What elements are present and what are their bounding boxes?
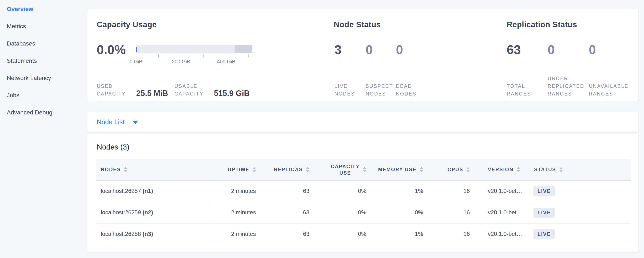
version-cell: v20.1.0-bet… — [472, 202, 534, 223]
column-header-label: STATUS — [534, 167, 556, 173]
memory-use-cell: 1% — [368, 180, 425, 202]
capacity-used-percent: 0.0% — [97, 43, 126, 57]
cpus-cell: 16 — [425, 223, 472, 245]
column-header-cpus[interactable]: CPUS — [425, 159, 472, 180]
suspect-nodes-count: 0 — [366, 43, 396, 57]
status-cell: LIVE — [534, 223, 631, 245]
replication-status-values: 63 0 0 — [507, 43, 642, 57]
column-header-label: USE — [340, 170, 351, 176]
capacity-stats: USED CAPACITY 25.5 MiB USABLE CAPACITY 5… — [97, 82, 256, 98]
stat-label: DEAD NODES — [396, 82, 426, 98]
sort-icon — [306, 167, 309, 172]
total-ranges-count: 63 — [507, 43, 548, 57]
capacity-axis-ticks — [136, 54, 252, 58]
status-badge: LIVE — [534, 229, 555, 239]
usable-capacity-stat: USABLE CAPACITY 515.9 GiB — [174, 82, 256, 98]
sidebar-item-databases[interactable]: Databases — [0, 35, 87, 52]
version-cell: v20.1.0-bet… — [472, 223, 534, 245]
sort-icon — [252, 167, 256, 172]
used-capacity-stat: USED CAPACITY 25.5 MiB — [97, 82, 174, 98]
column-header-label: CPUS — [448, 167, 463, 173]
under-replicated-ranges-count: 0 — [548, 43, 589, 57]
axis-label: 0 GiB — [121, 59, 151, 65]
version-cell: v20.1.0-bet… — [472, 180, 534, 202]
sort-icon — [124, 167, 127, 172]
dead-nodes-count: 0 — [396, 43, 426, 57]
node-list-dropdown-label: Node List — [97, 118, 124, 126]
axis-label: 200 GiB — [166, 59, 196, 65]
status-cell: LIVE — [534, 180, 631, 202]
sidebar-item-advanced-debug[interactable]: Advanced Debug — [0, 104, 87, 121]
column-header-status[interactable]: STATUS — [534, 159, 631, 180]
sidebar-item-metrics[interactable]: Metrics — [0, 18, 87, 35]
stat-label: UNDER-REPLICATED RANGES — [548, 75, 589, 98]
sort-icon — [466, 167, 470, 172]
stat-label: USED CAPACITY — [97, 82, 134, 98]
sidebar: Overview Metrics Databases Statements Ne… — [0, 1, 87, 121]
replicas-cell: 63 — [258, 223, 312, 245]
stat-label: USABLE CAPACITY — [174, 82, 212, 98]
table-row: localhost:26257 (n1) 2 minutes 63 0% 1% … — [96, 180, 631, 202]
nodes-table: NODES UPTIME REPLICAS CAPAC — [96, 159, 631, 245]
uptime-cell: 2 minutes — [210, 202, 258, 223]
sort-icon — [420, 167, 423, 172]
uptime-cell: 2 minutes — [210, 180, 258, 202]
axis-label: 400 GiB — [211, 59, 241, 65]
chevron-down-icon — [132, 120, 138, 124]
sidebar-item-jobs[interactable]: Jobs — [0, 87, 87, 104]
column-header-label: REPLICAS — [274, 167, 303, 173]
sidebar-item-statements[interactable]: Statements — [0, 52, 87, 69]
unavailable-ranges-count: 0 — [589, 43, 642, 57]
table-row: localhost:26259 (n2) 2 minutes 63 0% 0% … — [96, 202, 631, 223]
sidebar-item-overview[interactable]: Overview — [0, 1, 87, 18]
live-nodes-count: 3 — [334, 43, 366, 57]
capacity-use-cell: 0% — [312, 202, 368, 223]
column-header-replicas[interactable]: REPLICAS — [258, 159, 312, 180]
node-id: (n2) — [142, 209, 153, 216]
stat-label: LIVE NODES — [334, 82, 366, 98]
capacity-bar — [136, 45, 252, 53]
table-row: localhost:26258 (n3) 2 minutes 63 0% 1% … — [96, 223, 631, 245]
column-header-label: CAPACITY — [331, 164, 360, 169]
capacity-usage-chart: 0 GiB 200 GiB 400 GiB — [136, 45, 252, 65]
replicas-cell: 63 — [258, 180, 312, 202]
column-header-label: MEMORY USE — [378, 167, 416, 173]
node-address-cell[interactable]: localhost:26257 (n1) — [96, 180, 210, 202]
node-list-dropdown[interactable]: Node List — [87, 112, 638, 132]
node-status-values: 3 0 0 — [334, 43, 426, 57]
capacity-bar-used-marker — [136, 47, 137, 52]
nodes-table-card: Nodes (3) NODES UPTIME REP — [87, 134, 639, 253]
status-badge: LIVE — [534, 208, 555, 218]
column-header-version[interactable]: VERSION — [472, 159, 534, 180]
capacity-usage-title: Capacity Usage — [97, 20, 157, 29]
sort-icon — [559, 167, 563, 172]
capacity-use-cell: 0% — [312, 223, 368, 245]
column-header-label: UPTIME — [228, 167, 249, 173]
node-status-title: Node Status — [334, 20, 381, 29]
nodes-table-title: Nodes (3) — [97, 143, 130, 151]
node-address-cell[interactable]: localhost:26258 (n3) — [96, 223, 210, 245]
memory-use-cell: 1% — [368, 223, 425, 245]
cluster-overview-card: Capacity Usage 0.0% 0 GiB 200 GiB 400 Gi… — [87, 9, 639, 101]
stat-value: 515.9 GiB — [214, 89, 250, 98]
node-list-selector-card: Node List — [87, 112, 639, 132]
stat-label: TOTAL RANGES — [507, 82, 548, 98]
replication-status-labels: TOTAL RANGES UNDER-REPLICATED RANGES UNA… — [507, 75, 642, 98]
stat-label: UNAVAILABLE RANGES — [589, 82, 642, 98]
sort-icon — [517, 167, 520, 172]
column-header-memory-use[interactable]: MEMORY USE — [368, 159, 425, 180]
column-header-nodes[interactable]: NODES — [96, 159, 210, 180]
capacity-use-cell: 0% — [312, 180, 368, 202]
node-address-cell[interactable]: localhost:26259 (n2) — [96, 202, 210, 223]
replication-status-title: Replication Status — [507, 20, 577, 29]
replicas-cell: 63 — [258, 202, 312, 223]
stat-label: SUSPECT NODES — [366, 82, 396, 98]
column-header-uptime[interactable]: UPTIME — [210, 159, 258, 180]
node-address: localhost:26258 — [101, 231, 141, 237]
column-header-label: VERSION — [488, 167, 514, 173]
sort-icon — [363, 167, 366, 172]
node-address: localhost:26257 — [101, 188, 141, 194]
sidebar-item-network-latency[interactable]: Network Latency — [0, 69, 87, 87]
column-header-capacity-use[interactable]: CAPACITY USE — [312, 159, 368, 180]
node-status-labels: LIVE NODES SUSPECT NODES DEAD NODES — [334, 82, 426, 98]
